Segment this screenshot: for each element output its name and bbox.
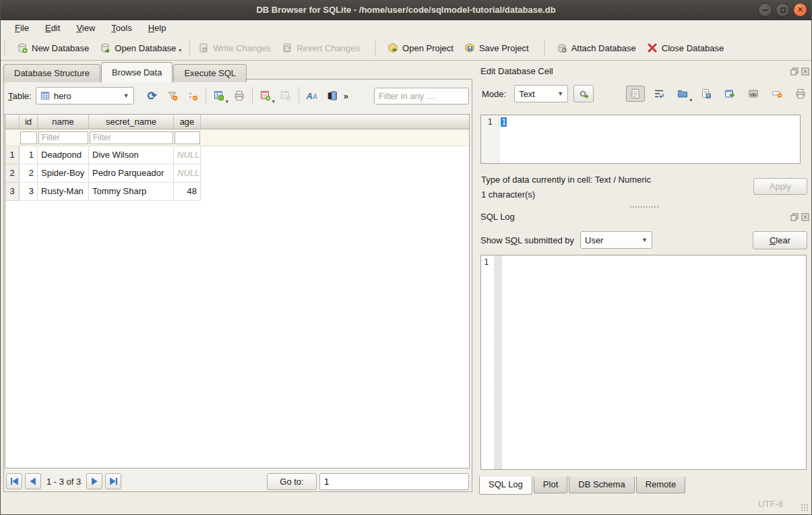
last-record-button[interactable] xyxy=(105,473,121,489)
menu-file[interactable]: File xyxy=(7,22,36,34)
tab-browse-data[interactable]: Browse Data xyxy=(101,62,173,83)
row-header[interactable]: 2 xyxy=(5,164,20,183)
float-dock-icon[interactable] xyxy=(790,213,799,221)
table-row[interactable]: 2 2 Spider-Boy Pedro Parqueador NULL xyxy=(5,164,469,183)
first-record-button[interactable] xyxy=(6,473,22,489)
toolbar-drag-handle[interactable] xyxy=(544,40,549,55)
print-cell-button[interactable] xyxy=(791,86,810,102)
tab-execute-sql[interactable]: Execute SQL xyxy=(173,64,247,82)
auto-apply-button[interactable] xyxy=(573,85,594,102)
menu-help[interactable]: Help xyxy=(141,22,174,34)
maximize-button[interactable] xyxy=(776,3,790,17)
open-project-button[interactable]: Open Project xyxy=(382,40,459,56)
grid-corner-header[interactable] xyxy=(5,115,20,129)
table-row[interactable]: 1 1 Deadpond Dive Wilson NULL xyxy=(5,146,469,164)
close-database-button[interactable]: Close Database xyxy=(642,40,730,56)
filter-any-column-input[interactable] xyxy=(374,88,469,104)
tab-sql-log[interactable]: SQL Log xyxy=(479,477,532,495)
filter-age-input[interactable] xyxy=(175,131,200,144)
cell-id[interactable]: 1 xyxy=(20,146,38,164)
toolbar-overflow-chevron[interactable]: » xyxy=(344,91,348,101)
text-mode-toggle[interactable] xyxy=(626,86,645,102)
log-fold-margin xyxy=(494,255,502,469)
new-record-button[interactable]: ▾ xyxy=(255,87,276,104)
close-button[interactable]: ✕ xyxy=(793,3,807,17)
chevron-down-icon: ▼ xyxy=(642,237,648,243)
cell-age[interactable]: NULL xyxy=(174,146,201,164)
cell-secret-name[interactable]: Dive Wilson xyxy=(89,146,174,164)
close-dock-icon[interactable] xyxy=(801,213,809,221)
clear-log-button[interactable]: Clear xyxy=(753,231,807,249)
previous-record-button[interactable] xyxy=(25,473,41,489)
menu-view[interactable]: View xyxy=(69,22,102,34)
find-in-table-button[interactable] xyxy=(322,87,342,104)
encoding-indicator[interactable]: UTF-8 xyxy=(758,499,783,509)
sql-log-title: SQL Log xyxy=(480,212,515,222)
next-record-button[interactable] xyxy=(86,473,102,489)
print-table-button[interactable] xyxy=(229,87,249,104)
refresh-button[interactable]: ⟳ xyxy=(142,87,162,104)
export-data-button[interactable] xyxy=(697,86,716,102)
cell-secret-name[interactable]: Pedro Parqueador xyxy=(89,164,174,183)
resize-grip[interactable] xyxy=(801,504,809,512)
word-wrap-button[interactable] xyxy=(650,86,668,102)
dock-splitter[interactable] xyxy=(476,204,812,210)
goto-button[interactable]: Go to: xyxy=(267,473,317,490)
minimize-button[interactable] xyxy=(758,3,772,17)
tab-database-structure[interactable]: Database Structure xyxy=(3,64,100,82)
cell-name[interactable]: Spider-Boy xyxy=(38,164,89,183)
column-header-secret-name[interactable]: secret_name xyxy=(89,115,174,129)
title-bar[interactable]: DB Browser for SQLite - /home/user/code/… xyxy=(1,0,811,20)
open-database-dropdown-caret[interactable]: ▾ xyxy=(179,47,181,53)
cell-name[interactable]: Rusty-Man xyxy=(38,183,89,201)
table-row[interactable]: 3 3 Rusty-Man Tommy Sharp 48 xyxy=(5,183,469,201)
close-dock-icon[interactable] xyxy=(801,67,809,75)
cell-id[interactable]: 3 xyxy=(20,183,38,201)
new-record-caret[interactable]: ▾ xyxy=(272,98,275,104)
filter-secret-name-input[interactable] xyxy=(90,131,173,144)
font-settings-button[interactable]: AA xyxy=(302,87,322,104)
cell-secret-name[interactable]: Tommy Sharp xyxy=(89,183,174,201)
tab-remote[interactable]: Remote xyxy=(636,477,686,493)
copy-to-clipboard-button[interactable] xyxy=(720,86,739,102)
goto-input[interactable] xyxy=(319,473,469,490)
menu-tools[interactable]: Tools xyxy=(104,22,139,34)
editor-content[interactable]: 1 xyxy=(501,117,507,127)
cell-name[interactable]: Deadpond xyxy=(38,146,89,164)
save-table-view-caret[interactable]: ▾ xyxy=(226,98,228,104)
toolbar-drag-handle[interactable] xyxy=(375,40,380,55)
clear-filters-button[interactable] xyxy=(162,87,183,104)
set-null-button[interactable] xyxy=(768,86,786,102)
table-select[interactable]: hero ▼ xyxy=(36,87,134,104)
open-database-button[interactable]: Open Database ▾ xyxy=(94,40,187,56)
save-table-view-button[interactable]: ▾ xyxy=(209,87,229,104)
column-header-id[interactable]: id xyxy=(20,115,38,129)
import-caret[interactable]: ▾ xyxy=(689,97,692,103)
toolbar-drag-handle[interactable] xyxy=(4,40,9,55)
sql-log-source-select[interactable]: User ▼ xyxy=(580,231,652,249)
float-dock-icon[interactable] xyxy=(790,67,799,75)
sql-log-dock-title[interactable]: SQL Log xyxy=(476,212,812,225)
column-header-name[interactable]: name xyxy=(38,115,89,129)
edit-cell-dock-title[interactable]: Edit Database Cell xyxy=(476,66,812,80)
tab-db-schema[interactable]: DB Schema xyxy=(569,477,634,493)
save-project-button[interactable]: Save Project xyxy=(459,40,534,56)
filter-name-input[interactable] xyxy=(38,131,88,144)
menu-edit[interactable]: Edit xyxy=(38,22,67,34)
attach-database-button[interactable]: Attach Database xyxy=(551,40,642,56)
filter-id-input[interactable] xyxy=(20,131,37,144)
clear-sorting-button[interactable] xyxy=(183,87,203,104)
row-header[interactable]: 1 xyxy=(5,146,20,164)
open-url-button[interactable] xyxy=(744,86,763,102)
cell-age[interactable]: 48 xyxy=(174,183,201,201)
row-header[interactable]: 3 xyxy=(5,183,20,201)
tab-plot[interactable]: Plot xyxy=(534,477,567,493)
sql-log-output[interactable]: 1 xyxy=(480,255,807,470)
cell-id[interactable]: 2 xyxy=(20,164,38,183)
import-data-button[interactable]: ▾ xyxy=(673,86,692,102)
mode-select[interactable]: Text ▼ xyxy=(514,85,568,102)
cell-editor-textarea[interactable]: 1 1 xyxy=(480,115,801,164)
column-header-age[interactable]: age xyxy=(174,115,201,129)
cell-age[interactable]: NULL xyxy=(174,164,201,183)
new-database-button[interactable]: New Database xyxy=(11,40,94,56)
